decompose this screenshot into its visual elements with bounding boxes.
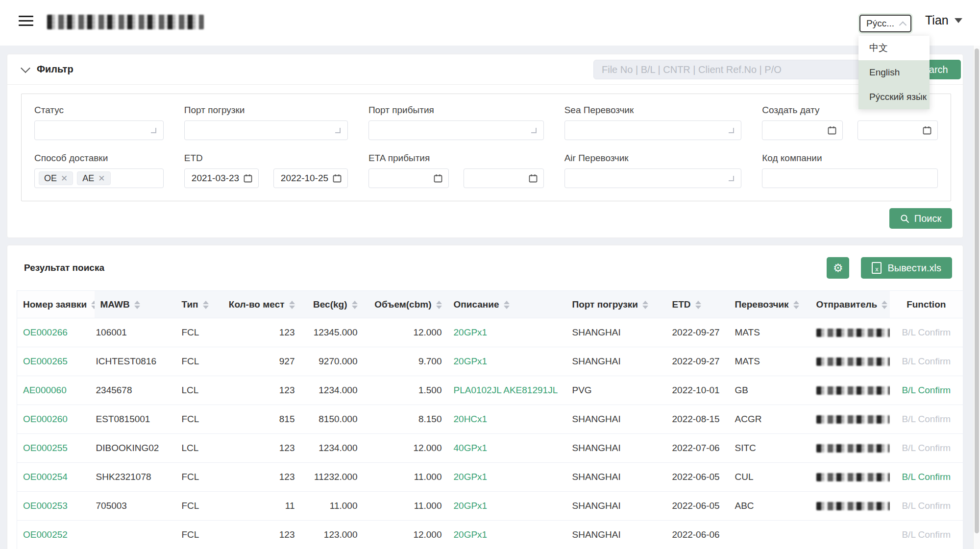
eta-from-input[interactable] <box>368 168 449 188</box>
sort-carets-icon[interactable] <box>882 301 887 309</box>
global-search-input[interactable] <box>593 60 900 79</box>
column-header-7[interactable]: Описание <box>448 291 566 318</box>
request-no-link[interactable]: AE000060 <box>17 376 95 405</box>
sea-carrier-select[interactable] <box>564 120 742 140</box>
filter-search-button[interactable]: Поиск <box>889 208 952 229</box>
column-header-11[interactable]: Отправитель <box>810 291 890 318</box>
create-date-from-input[interactable] <box>762 120 842 140</box>
sort-carets-icon[interactable] <box>695 301 701 309</box>
type-cell: LCL <box>176 376 217 405</box>
volume-cbm-cell: 11.000 <box>364 492 448 521</box>
menu-icon[interactable] <box>19 16 33 28</box>
description-link[interactable]: 20GPx1 <box>448 492 566 521</box>
bl-confirm-action[interactable]: B/L Confirm <box>890 463 963 492</box>
shipper-redacted-block <box>816 386 890 395</box>
description-link[interactable]: 20GPx1 <box>448 521 566 549</box>
delivery-method-multiselect[interactable]: OE ✕ AE ✕ <box>34 168 164 188</box>
etd-to-input[interactable] <box>273 168 348 188</box>
sort-carets-icon[interactable] <box>289 301 295 309</box>
bl-confirm-action[interactable]: B/L Confirm <box>890 376 963 405</box>
sort-carets-icon[interactable] <box>352 301 358 309</box>
request-no-link[interactable]: OE000254 <box>17 463 95 492</box>
shipper-redacted-block <box>816 415 890 424</box>
volume-cbm-cell: 11.000 <box>364 463 448 492</box>
language-option-chinese[interactable]: 中文 <box>858 36 930 60</box>
air-carrier-select[interactable] <box>564 168 742 188</box>
port-of-arrival-select[interactable] <box>368 120 544 140</box>
port-of-loading-cell: SHANGHAI <box>566 405 666 434</box>
company-code-input[interactable] <box>762 168 938 188</box>
description-link[interactable]: 20GPx1 <box>448 463 566 492</box>
carrier-cell: CUL <box>729 463 810 492</box>
column-header-2[interactable]: MAWB <box>95 291 176 318</box>
top-bar: Рýсс... Tian <box>0 0 980 46</box>
description-link[interactable]: PLA0102JL AKE81291JL <box>448 376 566 405</box>
description-link[interactable]: 20GPx1 <box>448 347 566 376</box>
column-header-3[interactable]: Тип <box>176 291 217 318</box>
vertical-scrollbar[interactable] <box>973 46 980 549</box>
port-of-loading-select[interactable] <box>184 120 348 140</box>
eta-to-input[interactable] <box>464 168 544 188</box>
sort-carets-icon[interactable] <box>91 301 94 309</box>
description-link[interactable]: 20HCx1 <box>448 405 566 434</box>
description-link[interactable]: 20GPx1 <box>448 318 566 347</box>
language-option-english[interactable]: English <box>858 60 930 85</box>
request-no-link[interactable]: OE000266 <box>17 318 95 347</box>
filter-panel: Фильтр Search Статус Порт погрузки Порт … <box>7 54 963 238</box>
sort-carets-icon[interactable] <box>793 301 799 309</box>
language-selector[interactable]: Рýсс... <box>859 15 911 32</box>
field-delivery-method: Способ доставки OE ✕ AE ✕ <box>34 153 164 188</box>
weight-kg-cell: 11.000 <box>301 492 364 521</box>
request-no-link[interactable]: OE000260 <box>17 405 95 434</box>
shipper-cell: T <box>810 492 890 521</box>
column-settings-button[interactable]: ⚙ <box>827 257 849 279</box>
field-air-carrier: Air Перевозчик <box>564 153 742 188</box>
carrier-cell: MATS <box>729 347 810 376</box>
sort-carets-icon[interactable] <box>436 301 442 309</box>
column-label: Перевозчик <box>735 299 789 310</box>
sort-carets-icon[interactable] <box>203 301 209 309</box>
request-no-link[interactable]: OE000253 <box>17 492 95 521</box>
column-header-4[interactable]: Кол-во мест <box>217 291 301 318</box>
column-label: Объем(cbm) <box>374 299 431 310</box>
sort-carets-icon[interactable] <box>642 301 648 309</box>
column-header-5[interactable]: Вес(kg) <box>301 291 364 318</box>
calendar-icon <box>332 173 342 184</box>
column-header-8[interactable]: Порт погрузки <box>566 291 666 318</box>
field-create-date: Создать дату <box>762 105 938 140</box>
scrollbar-thumb[interactable] <box>975 48 979 533</box>
results-table: Номер заявкиMAWBТипКол-во местВес(kg)Объ… <box>17 290 963 549</box>
sort-carets-icon[interactable] <box>504 301 510 309</box>
column-header-9[interactable]: ETD <box>666 291 729 318</box>
request-no-link[interactable]: OE000255 <box>17 434 95 463</box>
create-date-to-input[interactable] <box>858 120 938 140</box>
request-no-link[interactable]: OE000252 <box>17 521 95 549</box>
etd-from-input[interactable] <box>184 168 259 188</box>
language-option-russian[interactable]: Рýсский язы́к <box>858 85 930 109</box>
gear-icon: ⚙ <box>833 262 843 275</box>
column-header-6[interactable]: Объем(cbm) <box>364 291 448 318</box>
description-link[interactable]: 40GPx1 <box>448 434 566 463</box>
column-header-10[interactable]: Перевозчик <box>729 291 810 318</box>
mawb-cell: SHK2321078 <box>95 463 176 492</box>
collapse-chevron-icon[interactable] <box>21 63 30 73</box>
status-select[interactable] <box>34 120 164 140</box>
remove-tag-icon[interactable]: ✕ <box>61 173 68 184</box>
column-label: Кол-во мест <box>229 299 285 310</box>
packages-cell: 123 <box>217 434 301 463</box>
shipper-redacted-block <box>816 329 890 337</box>
volume-cbm-cell: 12.000 <box>364 318 448 347</box>
user-menu[interactable]: Tian <box>925 13 962 27</box>
filter-fields: Статус Порт погрузки Порт прибытия Sea П… <box>21 94 951 201</box>
sort-carets-icon[interactable] <box>134 301 140 309</box>
volume-cbm-cell: 1.500 <box>364 376 448 405</box>
column-header-1[interactable]: Номер заявки <box>17 291 95 318</box>
type-cell: FCL <box>176 463 217 492</box>
table-header-row: Номер заявкиMAWBТипКол-во местВес(kg)Объ… <box>17 291 963 318</box>
remove-tag-icon[interactable]: ✕ <box>98 173 105 184</box>
shipper-cell <box>810 521 890 549</box>
export-xls-button[interactable]: x Вывести.xls <box>861 257 952 279</box>
request-no-link[interactable]: OE000265 <box>17 347 95 376</box>
chevron-down-icon <box>729 176 734 181</box>
shipper-redacted-block <box>816 444 890 453</box>
